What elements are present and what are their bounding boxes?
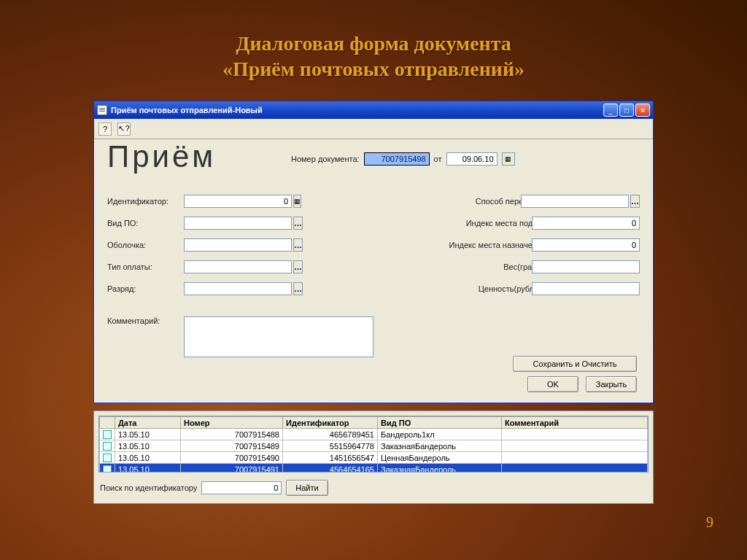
po-type-picker[interactable]: … [293, 217, 303, 230]
help-button[interactable]: ? [98, 122, 112, 136]
rank-label: Разряд: [107, 284, 184, 293]
identifier-calc-icon[interactable]: ▦ [293, 195, 301, 208]
send-method-picker[interactable]: … [630, 195, 640, 208]
calendar-icon[interactable]: ▦ [502, 152, 515, 166]
table-cell: 4564654165 [283, 464, 378, 472]
pay-type-label: Тип оплаты: [107, 262, 184, 271]
table-cell: 7007915490 [181, 452, 283, 464]
slide-title-line2: «Приём почтовых отправлений» [0, 56, 747, 82]
save-clear-button[interactable]: Сохранить и Очистить [513, 356, 637, 372]
row-status-icon [103, 465, 112, 472]
list-table-container[interactable]: ДатаНомерИдентификаторВид ПОКомментарий … [98, 416, 649, 472]
shell-input[interactable] [184, 238, 292, 252]
toolbar: ? ↖? [94, 119, 653, 139]
comment-label: Комментарий: [107, 316, 179, 357]
close-button[interactable]: ✕ [635, 104, 650, 117]
table-cell: 1451656547 [283, 452, 378, 464]
column-header[interactable]: Дата [115, 417, 181, 429]
doc-date-input[interactable] [446, 152, 498, 166]
identifier-label: Идентификатор: [107, 197, 184, 206]
hero-label: Приём [107, 139, 216, 174]
table-cell: Бандероль1кл [378, 429, 502, 440]
button-bar: Сохранить и Очистить OK Закрыть [513, 356, 637, 392]
ok-button[interactable]: OK [527, 376, 578, 392]
table-cell: 7007915488 [181, 429, 283, 440]
table-row[interactable]: 13.05.1070079154884656789451Бандероль1кл [100, 429, 648, 440]
table-cell: ЗаказнаяБандероль [378, 440, 502, 452]
search-row: Поиск по идентификатору Найти [94, 477, 653, 499]
whats-this-button[interactable]: ↖? [117, 122, 131, 136]
column-header[interactable]: Номер [181, 417, 283, 429]
shell-label: Оболочка: [107, 241, 184, 249]
po-type-label: Вид ПО: [107, 219, 184, 228]
column-header[interactable]: Вид ПО [378, 417, 502, 429]
table-cell: 13.05.10 [115, 440, 181, 452]
doc-number-label: Номер документа: [291, 155, 360, 163]
column-header[interactable]: Идентификатор [283, 417, 378, 429]
table-cell: 4656789451 [283, 429, 378, 440]
row-status-icon [103, 430, 112, 439]
comment-textarea[interactable] [184, 316, 374, 357]
list-window: ДатаНомерИдентификаторВид ПОКомментарий … [93, 411, 654, 504]
titlebar[interactable]: Приём почтовых отправлений-Новый _ □ ✕ [94, 101, 653, 119]
from-label: от [434, 155, 442, 163]
records-table: ДатаНомерИдентификаторВид ПОКомментарий … [99, 416, 648, 472]
pay-type-input[interactable] [184, 260, 292, 273]
document-icon [97, 105, 107, 115]
doc-number-row: Номер документа: от ▦ [291, 152, 515, 166]
pay-type-picker[interactable]: … [293, 260, 303, 273]
maximize-button[interactable]: □ [619, 104, 634, 117]
table-cell [502, 429, 648, 440]
po-type-input[interactable] [184, 217, 292, 230]
table-cell: 13.05.10 [115, 452, 181, 464]
window-title: Приём почтовых отправлений-Новый [111, 106, 602, 114]
weight-input[interactable] [532, 260, 640, 273]
find-button[interactable]: Найти [286, 480, 328, 496]
identifier-input[interactable] [184, 195, 292, 208]
table-cell [502, 440, 648, 452]
search-label: Поиск по идентификатору [100, 483, 197, 492]
table-cell: 13.05.10 [115, 464, 181, 472]
close-form-button[interactable]: Закрыть [586, 376, 637, 392]
slide-title-line1: Диалоговая форма документа [0, 31, 747, 56]
search-input[interactable] [201, 481, 282, 494]
rank-input[interactable] [184, 282, 292, 295]
shell-picker[interactable]: … [293, 238, 303, 252]
dest-index-input[interactable] [532, 238, 640, 252]
doc-number-input[interactable] [364, 152, 430, 166]
send-method-input[interactable] [521, 195, 629, 208]
rank-picker[interactable]: … [293, 282, 303, 295]
table-cell: ЦеннаяБандероль [378, 452, 502, 464]
table-cell [502, 464, 648, 472]
minimize-button[interactable]: _ [603, 104, 618, 117]
table-cell: 5515964778 [283, 440, 378, 452]
table-row[interactable]: 13.05.1070079154901451656547ЦеннаяБандер… [100, 452, 648, 464]
table-cell: 7007915491 [181, 464, 283, 472]
table-cell: ЗаказнаяБандероль [378, 464, 502, 472]
page-number: 9 [706, 514, 713, 531]
table-cell [502, 452, 648, 464]
row-status-icon [103, 454, 112, 462]
in-index-input[interactable] [532, 217, 640, 230]
table-row[interactable]: 13.05.1070079154914564654165ЗаказнаяБанд… [100, 464, 648, 472]
column-header[interactable]: Комментарий [502, 417, 648, 429]
table-row[interactable]: 13.05.1070079154895515964778ЗаказнаяБанд… [100, 440, 648, 452]
comment-row: Комментарий: [107, 316, 374, 357]
dialog-window: Приём почтовых отправлений-Новый _ □ ✕ ?… [93, 101, 654, 403]
form-grid: Идентификатор: ▦ Способ пересылки: … Вид… [107, 190, 640, 300]
slide-title: Диалоговая форма документа «Приём почтов… [0, 0, 747, 82]
table-cell: 7007915489 [181, 440, 283, 452]
row-status-icon [103, 442, 112, 451]
form-body: Приём Номер документа: от ▦ Идентификато… [94, 139, 653, 402]
value-input[interactable] [532, 282, 640, 295]
table-cell: 13.05.10 [115, 429, 181, 440]
